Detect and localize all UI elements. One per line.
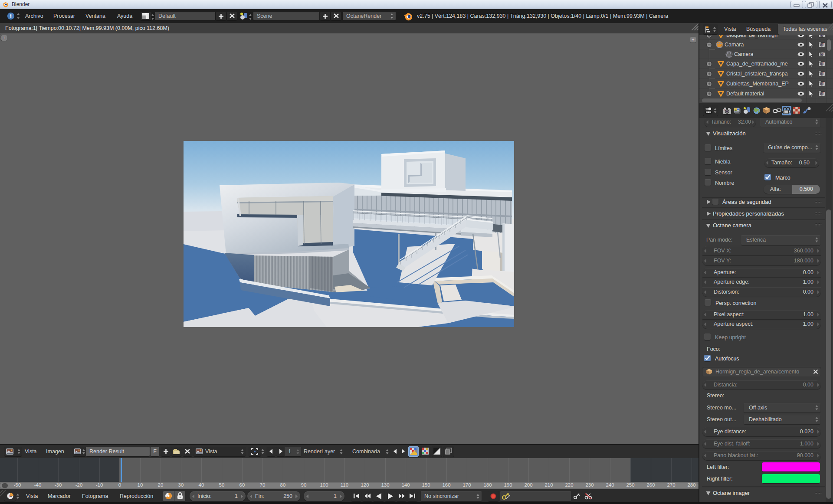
svg-text:i: i [10,13,12,20]
